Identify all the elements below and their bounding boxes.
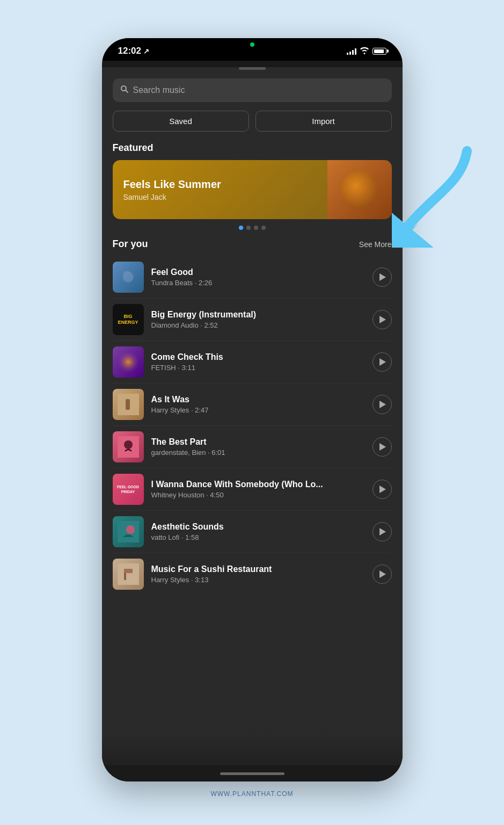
track-thumbnail — [113, 262, 144, 293]
outer-wrapper: 12:02 ↗ — [102, 38, 403, 781]
svg-rect-2 — [118, 351, 139, 373]
track-meta: Diamond Audio · 2:52 — [151, 321, 365, 329]
thumb-label: FEEL GOOD FRIDAY — [115, 484, 142, 494]
play-button[interactable] — [372, 565, 392, 584]
track-info: I Wanna Dance With Somebody (Who Lo... W… — [151, 480, 365, 499]
blur-overlay — [102, 733, 403, 765]
play-button[interactable] — [372, 395, 392, 414]
play-button[interactable] — [372, 437, 392, 457]
svg-rect-11 — [124, 569, 133, 573]
carousel-dots — [102, 219, 403, 236]
svg-line-1 — [126, 90, 128, 92]
track-title: Music For a Sushi Restaurant — [151, 565, 365, 574]
featured-artist: Samuel Jack — [123, 193, 317, 201]
track-thumbnail: FEEL GOOD FRIDAY — [113, 474, 144, 505]
list-item[interactable]: FEEL GOOD FRIDAY I Wanna Dance With Some… — [102, 468, 403, 510]
track-thumbnail: BIG ENERGY — [113, 304, 144, 335]
play-icon — [379, 486, 386, 493]
list-item[interactable]: Music For a Sushi Restaurant Harry Style… — [102, 553, 403, 595]
home-indicator[interactable] — [102, 765, 403, 781]
search-icon — [120, 85, 129, 96]
track-thumbnail — [113, 431, 144, 462]
arrow-annotation — [392, 140, 478, 248]
track-meta: Tundra Beats · 2:26 — [151, 279, 365, 287]
phone-frame: 12:02 ↗ — [102, 38, 403, 781]
location-icon: ↗ — [143, 47, 149, 55]
track-title: As It Was — [151, 395, 365, 404]
for-you-title: For you — [113, 238, 148, 250]
dot-4[interactable] — [261, 226, 266, 230]
search-placeholder: Search music — [133, 85, 384, 95]
track-info: The Best Part gardenstate, Bien · 6:01 — [151, 437, 365, 457]
svg-point-6 — [124, 440, 133, 449]
track-info: Come Check This FETISH · 3:11 — [151, 352, 365, 372]
tabs-row: Saved Import — [113, 111, 392, 132]
svg-rect-9 — [118, 563, 139, 585]
featured-image — [327, 160, 392, 219]
list-item[interactable]: Come Check This FETISH · 3:11 — [102, 341, 403, 383]
status-time: 12:02 ↗ — [118, 46, 149, 56]
play-button[interactable] — [372, 522, 392, 541]
drag-handle[interactable] — [239, 67, 266, 70]
see-more-button[interactable]: See More — [359, 240, 392, 249]
play-icon — [379, 273, 386, 281]
play-icon — [379, 570, 386, 578]
dot-3[interactable] — [254, 226, 258, 230]
track-thumbnail — [113, 559, 144, 590]
dot-2[interactable] — [246, 226, 251, 230]
track-meta: vatto Lofi · 1:58 — [151, 533, 365, 541]
track-meta: gardenstate, Bien · 6:01 — [151, 448, 365, 457]
track-thumbnail — [113, 516, 144, 547]
dot-1[interactable] — [239, 226, 243, 230]
time-display: 12:02 — [118, 46, 141, 56]
track-thumbnail — [113, 346, 144, 378]
svg-rect-4 — [126, 399, 130, 410]
for-you-header: For you See More — [102, 236, 403, 256]
featured-img-shape — [341, 171, 378, 208]
featured-card[interactable]: Feels Like Summer Samuel Jack — [113, 160, 392, 219]
track-title: Feel Good — [151, 267, 365, 277]
play-button[interactable] — [372, 267, 392, 287]
svg-point-8 — [126, 525, 135, 534]
track-meta: Harry Styles · 2:47 — [151, 406, 365, 414]
list-item[interactable]: The Best Part gardenstate, Bien · 6:01 — [102, 426, 403, 468]
list-item[interactable]: BIG ENERGY Big Energy (Instrumental) Dia… — [102, 299, 403, 341]
track-meta: Harry Styles · 3:13 — [151, 576, 365, 584]
thumb-label: BIG ENERGY — [115, 314, 142, 325]
track-title: Big Energy (Instrumental) — [151, 310, 365, 320]
footer-url: WWW.PLANNTHAT.COM — [210, 790, 293, 798]
status-icons — [347, 47, 386, 56]
list-item[interactable]: Aesthetic Sounds vatto Lofi · 1:58 — [102, 511, 403, 553]
play-button[interactable] — [372, 480, 392, 499]
signal-icon — [347, 47, 356, 55]
app-content: Search music Saved Import Featured Feels… — [102, 67, 403, 765]
status-bar: 12:02 ↗ — [102, 38, 403, 61]
track-info: Feel Good Tundra Beats · 2:26 — [151, 267, 365, 287]
track-title: The Best Part — [151, 437, 365, 447]
play-button[interactable] — [372, 310, 392, 329]
featured-title: Feels Like Summer — [123, 178, 317, 191]
track-title: Come Check This — [151, 352, 365, 362]
tab-import[interactable]: Import — [255, 111, 392, 132]
list-item[interactable]: Feel Good Tundra Beats · 2:26 — [102, 256, 403, 298]
track-list: Feel Good Tundra Beats · 2:26 BIG ENERGY… — [102, 256, 403, 595]
track-thumbnail — [113, 389, 144, 420]
wifi-icon — [360, 47, 369, 56]
list-item[interactable]: As It Was Harry Styles · 2:47 — [102, 383, 403, 425]
track-info: Music For a Sushi Restaurant Harry Style… — [151, 565, 365, 584]
featured-section-label: Featured — [102, 142, 403, 160]
search-bar[interactable]: Search music — [113, 78, 392, 102]
track-title: Aesthetic Sounds — [151, 522, 365, 532]
battery-icon — [372, 48, 386, 55]
dot-notch — [250, 42, 254, 47]
tab-saved[interactable]: Saved — [113, 111, 249, 132]
play-icon — [379, 443, 386, 451]
home-bar — [220, 772, 284, 775]
play-icon — [379, 528, 386, 535]
track-info: As It Was Harry Styles · 2:47 — [151, 395, 365, 414]
play-icon — [379, 358, 386, 366]
play-button[interactable] — [372, 352, 392, 372]
play-icon — [379, 401, 386, 408]
track-meta: FETISH · 3:11 — [151, 364, 365, 372]
featured-bg: Feels Like Summer Samuel Jack — [113, 160, 327, 219]
